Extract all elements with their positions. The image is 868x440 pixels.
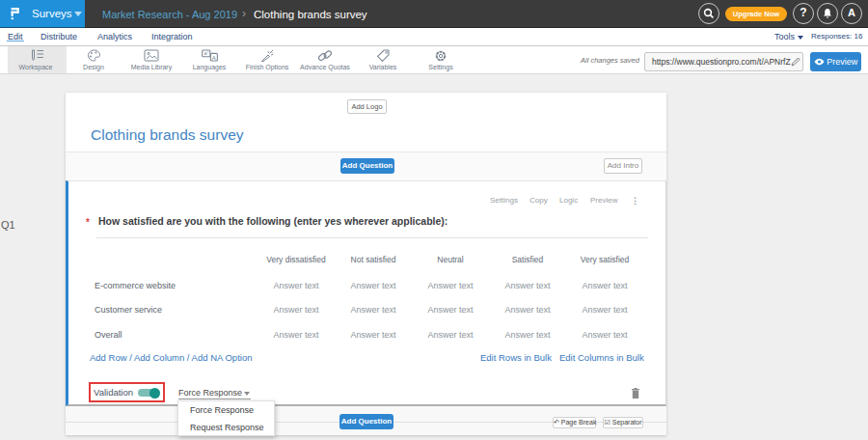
- svg-text:A: A: [212, 55, 216, 61]
- svg-text:a: a: [204, 50, 208, 56]
